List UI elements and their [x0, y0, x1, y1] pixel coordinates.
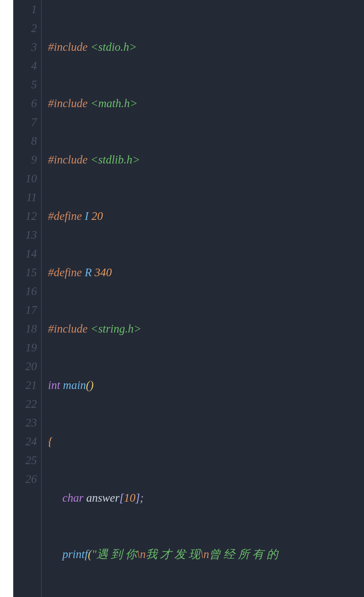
- line-number: 14: [13, 244, 37, 263]
- line-number: 12: [13, 207, 37, 225]
- code-line[interactable]: #include <stdlib.h>: [48, 150, 364, 169]
- line-number: 16: [13, 282, 37, 301]
- line-number: 4: [13, 56, 37, 75]
- line-number: 11: [13, 188, 37, 207]
- code-area[interactable]: #include <stdio.h> #include <math.h> #in…: [42, 0, 364, 597]
- line-number: 20: [13, 357, 37, 376]
- line-number: 9: [13, 150, 37, 169]
- code-line[interactable]: printf("遇 到 你\n我 才 发 现\n曾 经 所 有 的: [48, 545, 364, 564]
- code-editor: 1234567891011121314151617181920212223242…: [0, 0, 364, 597]
- line-number: 6: [13, 94, 37, 113]
- line-number: 22: [13, 395, 37, 413]
- code-line[interactable]: int main(): [48, 376, 364, 395]
- left-margin: [0, 0, 13, 597]
- line-number: 3: [13, 38, 37, 56]
- line-number: 8: [13, 132, 37, 150]
- line-number: 10: [13, 169, 37, 188]
- code-line[interactable]: {: [48, 432, 364, 451]
- code-line[interactable]: #define R 340: [48, 263, 364, 282]
- line-number: 23: [13, 413, 37, 432]
- line-number: 2: [13, 19, 37, 38]
- line-number: 1: [13, 0, 37, 19]
- line-number: 17: [13, 301, 37, 319]
- code-line[interactable]: #define I 20: [48, 207, 364, 225]
- line-number-gutter: 1234567891011121314151617181920212223242…: [13, 0, 39, 597]
- code-line[interactable]: #include <string.h>: [48, 319, 364, 338]
- code-line[interactable]: #include <math.h>: [48, 94, 364, 113]
- line-number: 19: [13, 338, 37, 357]
- line-number: 26: [13, 470, 37, 488]
- line-number: 7: [13, 113, 37, 132]
- code-line[interactable]: char answer[10];: [48, 488, 364, 507]
- line-number: 5: [13, 75, 37, 94]
- line-number: 25: [13, 451, 37, 470]
- line-number: 18: [13, 319, 37, 338]
- code-line[interactable]: #include <stdio.h>: [48, 38, 364, 56]
- line-number: 21: [13, 376, 37, 395]
- line-number: 24: [13, 432, 37, 451]
- line-number: 15: [13, 263, 37, 282]
- line-number: 13: [13, 225, 37, 244]
